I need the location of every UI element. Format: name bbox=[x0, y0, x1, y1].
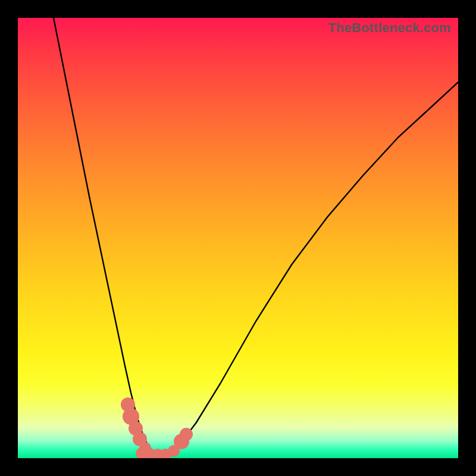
chart-frame: TheBottleneck.com bbox=[0, 0, 476, 476]
data-markers bbox=[121, 397, 193, 458]
plot-area: TheBottleneck.com bbox=[18, 18, 458, 458]
bottleneck-curve bbox=[18, 18, 458, 458]
curve-line bbox=[54, 18, 458, 455]
data-marker bbox=[180, 428, 193, 441]
